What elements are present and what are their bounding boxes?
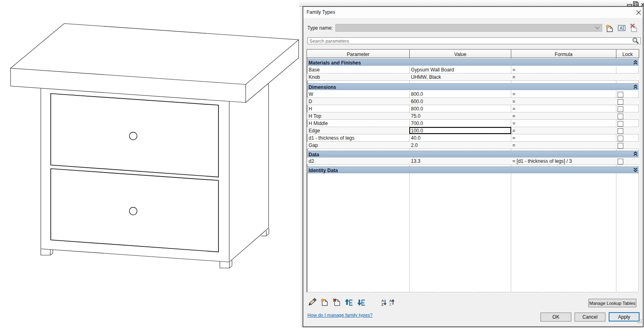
svg-text:Z: Z <box>389 302 392 306</box>
svg-text:A: A <box>620 26 622 30</box>
svg-text:Z: Z <box>381 302 384 306</box>
